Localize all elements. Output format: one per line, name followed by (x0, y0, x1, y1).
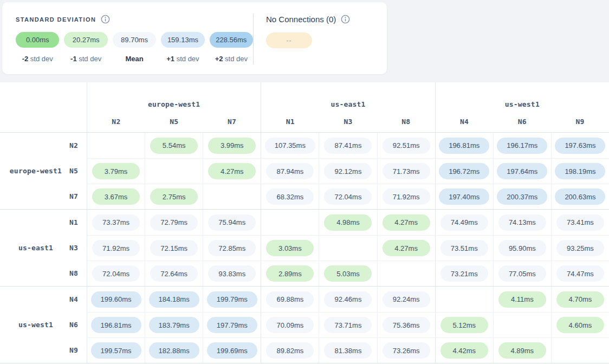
latency-pill[interactable]: 73.71ms (324, 317, 372, 333)
latency-cell: 92.51ms (377, 133, 435, 158)
latency-pill[interactable]: 92.51ms (383, 138, 430, 154)
latency-pill[interactable]: 81.38ms (324, 342, 372, 359)
latency-pill[interactable]: 93.83ms (208, 265, 256, 282)
info-icon[interactable] (341, 15, 350, 24)
legend-label-prefix: Mean (125, 55, 143, 63)
latency-pill[interactable]: 4.60ms (556, 317, 604, 333)
header-node-n8: N8 (377, 118, 435, 126)
latency-pill[interactable]: 183.79ms (149, 317, 199, 333)
latency-pill[interactable]: 92.24ms (383, 291, 430, 308)
latency-pill[interactable]: 197.40ms (439, 188, 489, 205)
latency-pill[interactable]: 107.35ms (265, 138, 315, 154)
latency-pill[interactable]: 184.18ms (149, 291, 199, 308)
table-row: 3.79ms4.27ms87.94ms92.12ms71.73ms196.72m… (87, 158, 609, 184)
latency-cell: 196.81ms (87, 313, 145, 337)
latency-pill[interactable]: 3.79ms (92, 163, 140, 179)
legend-label-prefix: +1 (166, 55, 174, 63)
latency-pill[interactable]: 69.88ms (266, 291, 314, 308)
latency-pill[interactable]: 93.25ms (556, 240, 604, 256)
latency-pill[interactable]: 2.89ms (266, 265, 314, 282)
latency-pill[interactable]: 75.36ms (383, 317, 430, 333)
latency-pill[interactable]: 72.04ms (324, 188, 372, 205)
latency-pill[interactable]: 197.79ms (207, 317, 257, 333)
legend-title: STANDARD DEVIATION (16, 16, 96, 23)
latency-pill[interactable]: 182.88ms (149, 342, 199, 359)
latency-pill[interactable]: 71.92ms (383, 188, 430, 205)
latency-pill[interactable]: 199.60ms (91, 291, 141, 308)
latency-pill[interactable]: 74.13ms (498, 214, 546, 231)
latency-pill[interactable]: 196.72ms (439, 163, 489, 179)
latency-pill[interactable]: 3.67ms (92, 188, 140, 205)
latency-pill[interactable]: 72.79ms (150, 214, 198, 231)
header-region-label: us-east1 (261, 100, 435, 108)
latency-pill[interactable]: 77.05ms (498, 265, 546, 282)
latency-pill[interactable]: 3.03ms (266, 240, 314, 256)
latency-pill[interactable]: 74.49ms (440, 214, 488, 231)
table-row: 3.67ms2.75ms68.32ms72.04ms71.92ms197.40m… (87, 184, 609, 209)
latency-cell: 93.83ms (203, 261, 261, 286)
latency-pill[interactable]: 89.82ms (266, 342, 314, 359)
latency-pill[interactable]: 74.47ms (556, 265, 604, 282)
header-region-label: europe-west1 (87, 100, 261, 108)
latency-pill[interactable]: 199.79ms (207, 291, 257, 308)
latency-cell: 5.03ms (319, 261, 377, 286)
latency-pill[interactable]: 95.90ms (498, 240, 546, 256)
table-row: 199.60ms184.18ms199.79ms69.88ms92.46ms92… (87, 287, 609, 312)
latency-cell: 72.15ms (145, 236, 203, 261)
latency-pill[interactable]: 5.54ms (150, 138, 198, 154)
latency-pill[interactable]: 73.41ms (556, 214, 604, 231)
latency-pill[interactable]: 72.64ms (150, 265, 198, 282)
latency-pill[interactable]: 4.70ms (556, 291, 604, 308)
latency-pill[interactable]: 73.21ms (440, 265, 488, 282)
latency-pill[interactable]: 196.81ms (91, 317, 141, 333)
latency-pill[interactable]: 92.46ms (324, 291, 372, 308)
latency-pill[interactable]: 5.12ms (440, 317, 488, 333)
row-region-label: us-west1 (0, 287, 72, 363)
latency-pill[interactable]: 72.04ms (92, 265, 140, 282)
latency-pill[interactable]: 4.27ms (208, 163, 256, 179)
latency-pill[interactable]: 4.42ms (440, 342, 488, 359)
header-node-n1: N1 (261, 118, 319, 126)
latency-cell (493, 313, 551, 337)
latency-pill[interactable]: 73.51ms (440, 240, 488, 256)
latency-pill[interactable]: 200.63ms (555, 188, 605, 205)
latency-pill[interactable]: 73.37ms (92, 214, 140, 231)
latency-pill[interactable]: 75.94ms (208, 214, 256, 231)
header-group-us-east1: us-east1N1N3N8 (261, 82, 435, 132)
latency-pill[interactable]: 199.57ms (91, 342, 141, 359)
latency-pill[interactable]: 198.19ms (555, 163, 605, 179)
latency-pill[interactable]: 68.32ms (266, 188, 314, 205)
latency-pill[interactable]: 2.75ms (150, 188, 198, 205)
latency-pill[interactable]: 4.27ms (383, 240, 430, 256)
latency-pill[interactable]: 87.94ms (266, 163, 314, 179)
latency-pill[interactable]: 3.99ms (208, 138, 256, 154)
latency-pill[interactable]: 197.63ms (555, 138, 605, 154)
legend-labels: -2 std dev-1 std devMean+1 std dev+2 std… (16, 55, 253, 63)
latency-cell: 74.13ms (493, 210, 551, 235)
latency-pill[interactable]: 4.89ms (498, 342, 546, 359)
latency-pill[interactable]: 196.81ms (439, 138, 489, 154)
latency-pill[interactable]: 87.41ms (324, 138, 372, 154)
latency-pill[interactable]: 199.69ms (207, 342, 257, 359)
latency-cell: 77.05ms (493, 261, 551, 286)
latency-cell: 196.17ms (493, 133, 551, 158)
latency-pill[interactable]: 4.98ms (324, 214, 372, 231)
table-row: 73.37ms72.79ms75.94ms4.98ms4.27ms74.49ms… (87, 210, 609, 235)
latency-pill[interactable]: 196.17ms (497, 138, 547, 154)
latency-pill[interactable]: 71.92ms (92, 240, 140, 256)
latency-pill[interactable]: 72.15ms (150, 240, 198, 256)
latency-pill[interactable]: 5.03ms (324, 265, 372, 282)
latency-pill[interactable]: 71.73ms (383, 163, 430, 179)
info-icon[interactable] (101, 15, 110, 24)
latency-pill[interactable]: 4.27ms (383, 214, 430, 231)
latency-pill[interactable]: 200.37ms (497, 188, 547, 205)
row-group-cells: 5.54ms3.99ms107.35ms87.41ms92.51ms196.81… (87, 133, 609, 209)
latency-cell: 3.67ms (87, 184, 145, 209)
latency-pill[interactable]: 197.64ms (497, 163, 547, 179)
latency-pill[interactable]: 72.85ms (208, 240, 256, 256)
latency-pill[interactable]: 73.26ms (383, 342, 430, 359)
latency-pill[interactable]: 4.11ms (498, 291, 546, 308)
latency-pill[interactable]: 92.12ms (324, 163, 372, 179)
latency-cell: 69.88ms (261, 287, 319, 312)
latency-pill[interactable]: 70.09ms (266, 317, 314, 333)
